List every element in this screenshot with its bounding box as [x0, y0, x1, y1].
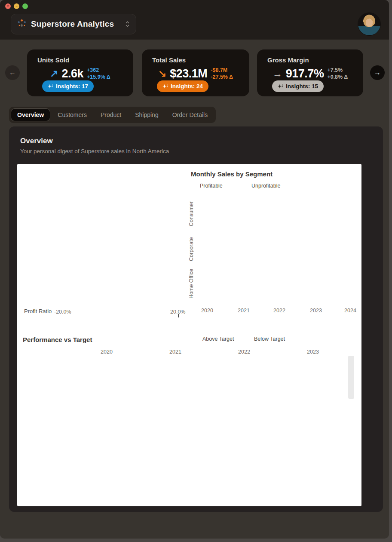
insights-badge[interactable]: Insights: 15	[272, 80, 324, 92]
app-title: Superstore Analytics	[31, 19, 114, 29]
kpi-delta-pct: +15.9% Δ	[87, 74, 110, 80]
legend-label: Below Target	[254, 336, 285, 342]
profit-ratio-legend-label: Profit Ratio	[24, 308, 52, 314]
trend-down-icon: ↘	[158, 69, 166, 79]
year-header-2020: 2020	[94, 349, 119, 355]
above-target-swatch	[193, 336, 199, 342]
legend-label: Unprofitable	[251, 183, 280, 189]
kpi-title: Total Sales	[152, 56, 186, 64]
kpi-title: Gross Margin	[267, 56, 309, 64]
legend-unprofitable[interactable]: Unprofitable	[242, 183, 280, 189]
dashboard-canvas: Profit Ratio -20.0% 20.0% Monthly Sales …	[17, 164, 361, 506]
window-controls	[5, 3, 28, 9]
legend-min-value: -20.0%	[54, 309, 71, 315]
avatar[interactable]	[358, 13, 380, 35]
overview-panel: Overview Your personal digest of Superst…	[9, 126, 383, 512]
year-header-2022: 2022	[231, 349, 257, 355]
kpi-value: 2.6k	[61, 67, 83, 80]
vertical-scrollbar[interactable]	[348, 356, 354, 399]
insights-label: Insights: 15	[286, 83, 318, 89]
trend-flat-icon: →	[273, 69, 282, 79]
insights-label: Insights: 17	[56, 83, 88, 89]
insights-badge[interactable]: Insights: 24	[157, 80, 208, 92]
below-target-swatch	[245, 336, 251, 342]
zoom-window-button[interactable]	[22, 3, 28, 9]
sparkle-icon	[278, 83, 283, 89]
row-label-home-office: Home Office	[188, 261, 194, 306]
page-subtitle: Your personal digest of Superstore sales…	[20, 148, 169, 154]
year-header-2023: 2023	[300, 349, 326, 355]
x-tick-2022: 2022	[269, 308, 290, 314]
x-tick-2020: 2020	[196, 308, 218, 314]
bullet-chart-grid[interactable]	[17, 357, 361, 491]
minimize-window-button[interactable]	[14, 3, 19, 9]
kpi-card-total-sales[interactable]: Total Sales ↘ $23.1M -$8.7M -27.5% Δ Ins…	[142, 49, 249, 96]
tab-customers[interactable]: Customers	[51, 108, 93, 121]
bullet-chart-title: Performance vs Target	[23, 336, 92, 343]
insights-badge[interactable]: Insights: 17	[42, 80, 94, 92]
kpi-delta-abs: +7.5%	[327, 67, 348, 74]
segment-chart-title: Monthly Sales by Segment	[191, 170, 273, 178]
legend-below-target[interactable]: Below Target	[245, 336, 285, 342]
tab-shipping[interactable]: Shipping	[129, 108, 165, 121]
legend-max-value: 20.0%	[170, 309, 185, 315]
x-tick-2024: 2024	[340, 308, 361, 314]
kpi-card-units-sold[interactable]: Units Sold ↗ 2.6k +362 +15.9% Δ Insights…	[27, 49, 133, 96]
page-title: Overview	[20, 137, 53, 145]
sparkle-icon	[162, 83, 168, 89]
kpi-delta-abs: +362	[87, 67, 110, 74]
close-window-button[interactable]	[5, 3, 11, 9]
trend-up-icon: ↗	[50, 69, 58, 79]
tab-order-details[interactable]: Order Details	[166, 108, 214, 121]
kpi-delta-pct: +0.8% Δ	[327, 74, 348, 80]
year-header-2021: 2021	[162, 349, 188, 355]
x-tick-2021: 2021	[233, 308, 254, 314]
unprofitable-swatch	[242, 183, 248, 189]
carousel-next-button[interactable]: →	[370, 65, 385, 80]
segment-area-chart[interactable]	[205, 189, 361, 303]
bullet-axis-labels	[17, 493, 361, 502]
kpi-card-gross-margin[interactable]: Gross Margin → 917.7% +7.5% +0.8% Δ Insi…	[257, 49, 363, 96]
color-gradient-bar[interactable]	[74, 308, 168, 315]
kpi-value: $23.1M	[170, 67, 207, 80]
tab-bar: Overview Customers Product Shipping Orde…	[9, 107, 216, 123]
chevron-updown-icon	[125, 21, 130, 28]
x-tick-2023: 2023	[305, 308, 327, 314]
profit-ratio-choropleth-map[interactable]	[22, 179, 189, 302]
kpi-delta-pct: -27.5% Δ	[211, 74, 233, 80]
kpi-delta-abs: -$8.7M	[211, 67, 233, 74]
kpi-value: 917.7%	[286, 67, 324, 80]
legend-above-target[interactable]: Above Target	[193, 336, 234, 342]
legend-label: Profitable	[200, 183, 223, 189]
tableau-sparkle-logo-icon	[17, 18, 27, 30]
app-window: Superstore Analytics ← → Units Sold ↗ 2.…	[0, 0, 389, 539]
workbook-switcher[interactable]: Superstore Analytics	[11, 14, 136, 34]
tab-overview[interactable]: Overview	[11, 108, 50, 121]
tab-product[interactable]: Product	[94, 108, 128, 121]
sparkle-icon	[48, 83, 53, 89]
profitable-swatch	[191, 183, 197, 189]
legend-profitable[interactable]: Profitable	[191, 183, 223, 189]
profit-ratio-legend: Profit Ratio -20.0% 20.0%	[17, 307, 189, 317]
insights-label: Insights: 24	[171, 83, 203, 89]
titlebar: Superstore Analytics	[0, 0, 389, 40]
legend-label: Above Target	[202, 336, 234, 342]
kpi-title: Units Sold	[37, 56, 69, 64]
carousel-prev-button[interactable]: ←	[5, 65, 20, 80]
